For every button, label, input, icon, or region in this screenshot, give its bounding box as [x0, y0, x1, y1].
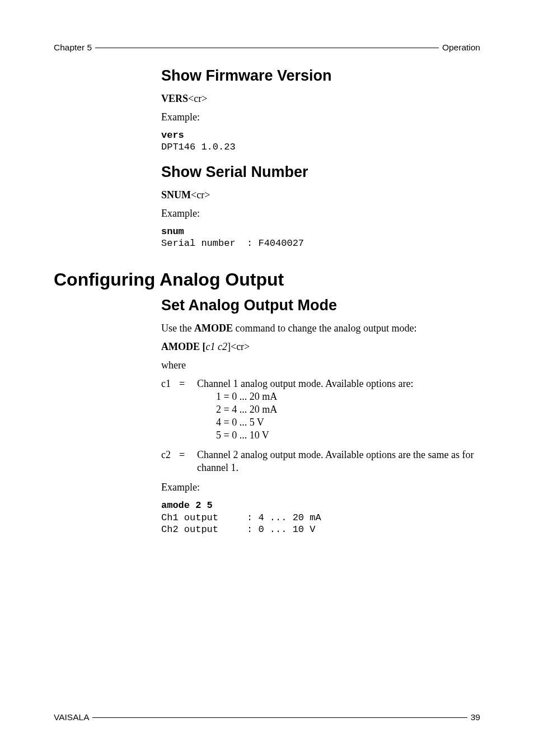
heading-set-amode: Set Analog Output Mode [161, 297, 480, 314]
param-c1-eq: = [179, 377, 197, 442]
cmd-snum: SNUM<cr> [161, 189, 480, 202]
param-c1-opt-0: 1 = 0 ... 20 mA [216, 390, 480, 403]
param-c2-key: c2 [161, 449, 179, 474]
footer-rule [92, 717, 467, 718]
heading-show-serial: Show Serial Number [161, 164, 480, 181]
content-block: Show Firmware Version VERS<cr> Example: … [54, 67, 480, 535]
header-right: Operation [442, 43, 480, 53]
footer-left: VAISALA [54, 712, 89, 722]
param-c1-desc: Channel 1 analog output mode. Available … [197, 378, 414, 389]
page-header: Chapter 5 Operation [54, 43, 480, 53]
example-label-3: Example: [161, 481, 480, 494]
param-c1: c1 = Channel 1 analog output mode. Avail… [161, 377, 480, 442]
example-label-1: Example: [161, 111, 480, 124]
param-c1-key: c1 [161, 377, 179, 442]
param-c2-eq: = [179, 449, 197, 474]
code-vers-bold: vers [161, 130, 184, 141]
code-vers: vers DPT146 1.0.23 [161, 129, 480, 153]
cmd-vers-tail: <cr> [188, 93, 207, 104]
section-show-firmware: Show Firmware Version VERS<cr> Example: … [161, 67, 480, 153]
heading-config-analog: Configuring Analog Output [54, 269, 480, 290]
page-footer: VAISALA 39 [54, 712, 480, 722]
param-c1-val: Channel 1 analog output mode. Available … [197, 377, 480, 442]
param-c2: c2 = Channel 2 analog output mode. Avail… [161, 449, 480, 474]
param-c1-opt-2: 4 = 0 ... 5 V [216, 416, 480, 429]
cmd-snum-tail: <cr> [191, 189, 210, 200]
cmd-vers-bold: VERS [161, 93, 188, 104]
code-snum-rest: Serial number : F4040027 [161, 238, 304, 249]
param-c1-opt-1: 2 = 4 ... 20 mA [216, 403, 480, 416]
param-c1-opts: 1 = 0 ... 20 mA 2 = 4 ... 20 mA 4 = 0 ..… [216, 390, 480, 442]
param-list: c1 = Channel 1 analog output mode. Avail… [161, 377, 480, 474]
code-amode-bold: amode 2 5 [161, 500, 213, 511]
cmd-snum-bold: SNUM [161, 189, 191, 200]
example-label-2: Example: [161, 207, 480, 220]
intro-post: command to change the analog output mode… [233, 323, 416, 334]
cmd-vers: VERS<cr> [161, 92, 480, 105]
code-snum-bold: snum [161, 226, 184, 237]
param-c2-desc: Channel 2 analog output mode. Available … [197, 449, 480, 474]
page: Chapter 5 Operation Show Firmware Versio… [0, 0, 534, 756]
header-left: Chapter 5 [54, 43, 92, 53]
code-amode: amode 2 5 Ch1 output : 4 ... 20 mA Ch2 o… [161, 500, 480, 535]
code-vers-rest: DPT146 1.0.23 [161, 142, 236, 152]
intro-pre: Use the [161, 323, 194, 334]
param-c1-opt-3: 5 = 0 ... 10 V [216, 429, 480, 442]
cmd-amode: AMODE [c1 c2]<cr> [161, 340, 480, 353]
intro-amode: Use the AMODE command to change the anal… [161, 322, 480, 335]
where-label: where [161, 359, 480, 372]
heading-show-firmware: Show Firmware Version [161, 67, 480, 85]
header-rule [95, 48, 439, 48]
section-set-amode: Set Analog Output Mode Use the AMODE com… [161, 297, 480, 535]
cmd-amode-italic: c1 c2 [206, 341, 227, 352]
footer-right: 39 [471, 712, 480, 722]
section-show-serial: Show Serial Number SNUM<cr> Example: snu… [161, 164, 480, 250]
code-amode-rest: Ch1 output : 4 ... 20 mA Ch2 output : 0 … [161, 512, 321, 535]
cmd-amode-bold: AMODE [ [161, 341, 206, 352]
cmd-amode-tail: ]<cr> [227, 341, 250, 352]
code-snum: snum Serial number : F4040027 [161, 226, 480, 250]
intro-bold: AMODE [194, 323, 233, 334]
